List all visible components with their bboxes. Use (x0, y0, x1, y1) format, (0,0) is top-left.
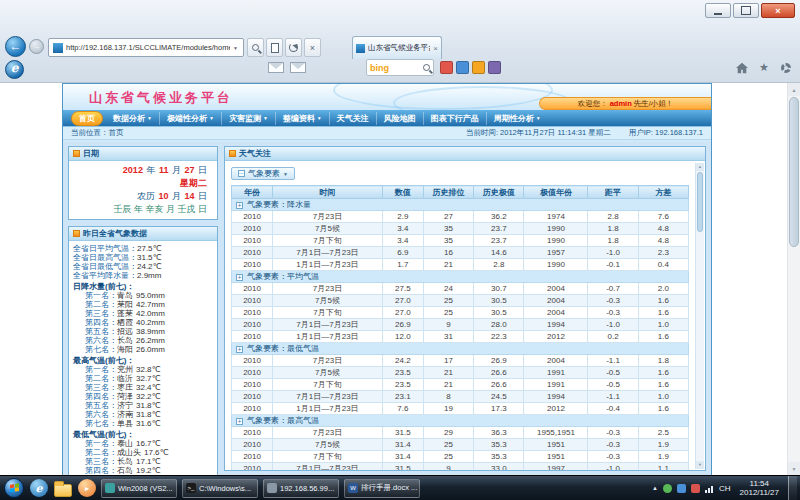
stat-line: 全省平均降水量：2.9mm (73, 271, 214, 280)
tab-close-icon[interactable]: × (433, 44, 438, 53)
column-header: 距平 (588, 186, 638, 199)
scrollbar-thumb[interactable] (697, 172, 703, 232)
table-row[interactable]: 20107月下旬27.02530.52004-0.31.6 (232, 307, 689, 319)
nav-item-1[interactable]: 数据分析▼ (106, 112, 160, 125)
taskbar-explorer-icon[interactable] (54, 484, 72, 497)
tray-icon[interactable] (677, 484, 686, 493)
mail-icon[interactable] (268, 62, 284, 73)
table-row[interactable]: 20107月23日2.92736.219742.87.6 (232, 211, 689, 223)
table-row[interactable]: 20107月1日—7月23日23.1824.51994-1.11.0 (232, 391, 689, 403)
compatibility-view-icon[interactable] (266, 38, 283, 57)
network-icon[interactable] (705, 484, 714, 493)
search-icon[interactable] (423, 64, 430, 71)
table-section-row[interactable]: +气象要素：降水量 (232, 199, 689, 211)
taskbar-clock[interactable]: 11:54 2012/11/27 (736, 479, 783, 497)
scrollbar-thumb[interactable] (789, 97, 799, 247)
bing-search-input[interactable] (392, 62, 420, 73)
taskbar-window-button[interactable]: >_C:\Windows\s... (182, 479, 258, 498)
element-filter-button[interactable]: 气象要素 ▼ (231, 167, 295, 180)
nav-item-5[interactable]: 天气关注 (330, 112, 377, 125)
table-row[interactable]: 20107月下旬23.52126.61991-0.51.6 (232, 379, 689, 391)
panel-scrollbar[interactable]: ▲ ▼ (695, 163, 704, 469)
scroll-down-icon[interactable]: ▼ (696, 461, 704, 469)
table-cell: 7月下旬 (273, 451, 383, 463)
ie-logo-icon[interactable]: e (5, 60, 24, 79)
back-button[interactable]: ← (5, 36, 26, 57)
table-row[interactable]: 20107月下旬3.43523.719901.84.8 (232, 235, 689, 247)
nav-item-7[interactable]: 图表下行产品 (424, 112, 487, 125)
scroll-up-icon[interactable]: ▲ (696, 163, 704, 171)
nav-item-2[interactable]: 极端性分析▼ (160, 112, 222, 125)
table-section-row[interactable]: +气象要素：最高气温 (232, 415, 689, 427)
home-icon[interactable] (734, 60, 750, 75)
scroll-down-icon[interactable]: ▼ (788, 462, 800, 475)
tray-expand-icon[interactable]: ▲ (652, 485, 658, 491)
table-row[interactable]: 20107月下旬31.42535.31951-0.31.9 (232, 451, 689, 463)
favorites-star-icon[interactable]: ★ (756, 60, 772, 75)
table-cell: 23.5 (382, 367, 423, 379)
welcome-prefix: 欢迎您： (578, 99, 608, 109)
toolbar-app-icon[interactable] (488, 61, 501, 74)
table-row[interactable]: 20107月5候27.02530.52004-0.31.6 (232, 295, 689, 307)
table-row[interactable]: 20107月5候23.52126.61991-0.51.6 (232, 367, 689, 379)
table-row[interactable]: 20107月5候3.43523.719901.84.8 (232, 223, 689, 235)
taskbar-window-button[interactable]: Win2008 (VS2... (101, 479, 177, 498)
table-row[interactable]: 20107月1日—7月23日26.9928.01994-1.01.0 (232, 319, 689, 331)
table-row[interactable]: 20101月1日—7月23日7.61917.32012-0.41.6 (232, 403, 689, 415)
address-dropdown-icon[interactable]: ▼ (230, 45, 241, 51)
table-row[interactable]: 20107月1日—7月23日31.5933.01997-1.01.1 (232, 463, 689, 471)
url-text[interactable]: http://192.168.137.1/SLCCLIMATE/modules/… (66, 43, 230, 52)
tray-icon[interactable] (663, 484, 672, 493)
table-cell: 30.5 (474, 295, 524, 307)
tools-gear-icon[interactable] (778, 60, 794, 75)
close-button[interactable]: × (761, 3, 795, 18)
table-cell: 2010 (232, 391, 273, 403)
table-section-row[interactable]: +气象要素：平均气温 (232, 271, 689, 283)
taskbar-window-button[interactable]: 192.168.56.99... (263, 479, 339, 498)
nav-item-3[interactable]: 灾害监测▼ (222, 112, 276, 125)
stop-icon[interactable]: × (304, 38, 321, 57)
maximize-button[interactable] (733, 3, 759, 18)
toolbar-app-icon[interactable] (440, 61, 453, 74)
taskbar-media-icon[interactable]: ▸ (78, 479, 96, 497)
table-row[interactable]: 20107月23日27.52430.72004-0.72.0 (232, 283, 689, 295)
bing-search-widget[interactable]: bing (366, 59, 434, 76)
table-cell: 30.5 (474, 307, 524, 319)
refresh-icon[interactable] (285, 38, 302, 57)
taskbar-ie-icon[interactable]: e (30, 479, 48, 497)
table-row[interactable]: 20107月23日31.52936.31955,1951-0.32.5 (232, 427, 689, 439)
table-row[interactable]: 20101月1日—7月23日1.7212.81990-0.10.4 (232, 259, 689, 271)
start-button[interactable] (4, 478, 24, 498)
expand-icon[interactable]: + (236, 202, 243, 209)
table-section-row[interactable]: +气象要素：最低气温 (232, 343, 689, 355)
tray-icon[interactable] (691, 484, 700, 493)
browser-scrollbar[interactable]: ▲ ▼ (787, 83, 800, 475)
table-row[interactable]: 20107月5候31.42535.31951-0.31.9 (232, 439, 689, 451)
toolbar-app-icon[interactable] (472, 61, 485, 74)
nav-item-4[interactable]: 整编资料▼ (276, 112, 330, 125)
table-row[interactable]: 20101月1日—7月23日12.03122.320120.21.6 (232, 331, 689, 343)
nav-item-0[interactable]: 首页 (71, 111, 103, 126)
language-indicator[interactable]: CH (719, 484, 731, 493)
browser-tab[interactable]: 山东省气候业务平台 × (352, 36, 442, 59)
expand-icon[interactable]: + (236, 346, 243, 353)
address-bar[interactable]: http://192.168.137.1/SLCCLIMATE/modules/… (48, 38, 244, 57)
search-icon[interactable] (247, 38, 264, 57)
section-cell: +气象要素：最高气温 (232, 415, 689, 427)
clock-time: 11:54 (740, 479, 779, 488)
toolbar-app-icon[interactable] (456, 61, 469, 74)
table-row[interactable]: 20107月23日24.21726.92004-1.11.8 (232, 355, 689, 367)
taskbar-window-button[interactable]: W排行手册.docx ... (344, 479, 420, 498)
scroll-up-icon[interactable]: ▲ (788, 83, 800, 96)
table-cell: 1994 (524, 391, 588, 403)
mail-icon[interactable] (290, 62, 306, 73)
forward-button[interactable]: → (29, 39, 44, 54)
nav-item-6[interactable]: 风险地图 (377, 112, 424, 125)
minimize-button[interactable] (705, 3, 731, 18)
show-desktop-button[interactable] (788, 476, 797, 500)
expand-icon[interactable]: + (236, 274, 243, 281)
table-row[interactable]: 20107月1日—7月23日6.91614.61957-1.02.3 (232, 247, 689, 259)
expand-icon[interactable]: + (236, 418, 243, 425)
nav-item-8[interactable]: 周期性分析▼ (487, 112, 548, 125)
table-cell: 36.2 (474, 211, 524, 223)
